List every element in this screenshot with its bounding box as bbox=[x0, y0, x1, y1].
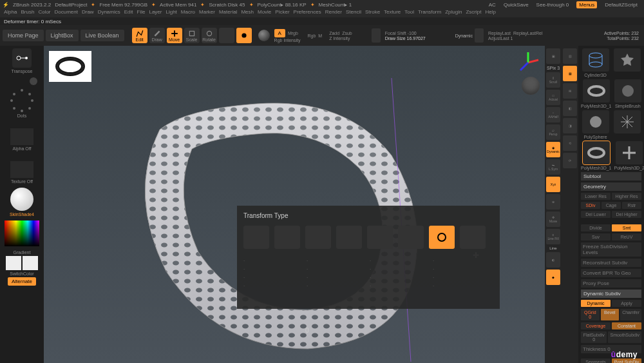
menu-marker[interactable]: Marker bbox=[199, 9, 215, 17]
stripb-5[interactable]: ◨ bbox=[563, 118, 577, 133]
transpose-aux-icon[interactable] bbox=[30, 77, 37, 85]
menu-picker[interactable]: Picker bbox=[275, 9, 289, 17]
material-sphere[interactable] bbox=[10, 188, 33, 211]
menu-texture[interactable]: Texture bbox=[384, 9, 401, 17]
menu-file[interactable]: File bbox=[137, 9, 146, 17]
actual-icon[interactable]: □Actual bbox=[546, 90, 560, 105]
chamfer[interactable]: Chamfer bbox=[620, 309, 641, 320]
menu-material[interactable]: Material bbox=[219, 9, 237, 17]
move-canvas-icon[interactable]: ✥Move bbox=[546, 211, 560, 227]
lower-res[interactable]: Lower Res bbox=[581, 193, 611, 200]
strip-extra-2[interactable]: ◆ bbox=[546, 270, 560, 285]
rstr[interactable]: Rstr bbox=[622, 202, 641, 209]
lsym-icon[interactable]: ⇋L.Sym bbox=[546, 159, 560, 175]
r-toggle[interactable] bbox=[475, 28, 484, 43]
camera-head-icon[interactable] bbox=[522, 77, 540, 95]
draw-size-slider[interactable]: Draw Size 16.97027 bbox=[385, 36, 451, 41]
transform-opt-5[interactable] bbox=[367, 226, 393, 249]
menu-document[interactable]: Document bbox=[55, 9, 78, 17]
dynamic-btn[interactable]: Dynamic bbox=[581, 300, 611, 307]
tool-snowflake[interactable] bbox=[614, 110, 641, 133]
alternate-button[interactable]: Alternate bbox=[8, 277, 36, 286]
toolbar-extra-2[interactable] bbox=[236, 28, 252, 43]
viewport[interactable]: 0 ✛ Transform Type ···· ···· ···· ···· bbox=[44, 46, 545, 363]
stripb-4[interactable]: ◧ bbox=[563, 101, 577, 116]
stripb-1[interactable]: ▥ bbox=[563, 48, 577, 64]
material-sphere-icon[interactable] bbox=[258, 30, 270, 41]
gradient-swatches[interactable] bbox=[6, 256, 38, 270]
dynamic-icon[interactable]: ◉Dynamic bbox=[546, 142, 560, 157]
linefill-icon[interactable]: ≡Line Fill bbox=[546, 229, 560, 244]
flat-subdiv[interactable]: FlatSubdiv 0 bbox=[581, 331, 607, 343]
color-picker[interactable] bbox=[5, 221, 39, 246]
transform-opt-3[interactable] bbox=[305, 226, 331, 249]
stroke-dots-icon[interactable] bbox=[10, 89, 33, 112]
tab-liveboolean[interactable]: Live Boolean bbox=[80, 30, 124, 41]
adjust-last[interactable]: AdjustLast 1 bbox=[488, 36, 543, 41]
zadd-toggle[interactable]: Zadd bbox=[329, 31, 339, 35]
persp-icon[interactable]: ▱Persp bbox=[546, 124, 560, 140]
reconstruct-subdiv[interactable]: Reconstruct Subdiv bbox=[581, 259, 641, 267]
menu-stencil[interactable]: Stencil bbox=[346, 9, 361, 17]
suv[interactable]: Suv bbox=[581, 233, 611, 240]
menu-edit[interactable]: Edit bbox=[124, 9, 133, 17]
quicksave[interactable]: QuickSave bbox=[504, 2, 529, 8]
del-higher[interactable]: Del Higher bbox=[612, 211, 641, 218]
move-tool[interactable]: Move bbox=[167, 28, 182, 43]
tab-lightbox[interactable]: LightBox bbox=[46, 30, 79, 41]
menu-transform[interactable]: Transform bbox=[418, 9, 441, 17]
coverage[interactable]: Coverage bbox=[581, 322, 611, 329]
focal-shift-slider[interactable]: Focal Shift -100 bbox=[385, 31, 451, 35]
menu-movie[interactable]: Movie bbox=[258, 9, 271, 17]
replay-last[interactable]: ReplayLast bbox=[488, 31, 511, 35]
menu-render[interactable]: Render bbox=[325, 9, 342, 17]
toolbar-extra-1[interactable] bbox=[219, 28, 234, 43]
s-toggle[interactable] bbox=[372, 28, 381, 43]
qgrid[interactable]: QGrid 0 bbox=[581, 309, 600, 320]
menu-tool[interactable]: Tool bbox=[404, 9, 414, 17]
menu-dynamics[interactable]: Dynamics bbox=[98, 9, 120, 17]
transform-opt-7-active[interactable] bbox=[429, 226, 455, 249]
menu-color[interactable]: Color bbox=[38, 9, 50, 17]
menu-macro[interactable]: Macro bbox=[181, 9, 195, 17]
menu-stroke[interactable]: Stroke bbox=[365, 9, 380, 17]
segments[interactable]: Segments bbox=[581, 358, 611, 363]
zoom-icon[interactable]: ⊕ bbox=[546, 194, 560, 210]
tool-polysphere[interactable] bbox=[582, 110, 609, 133]
menu-zscript[interactable]: Zscript bbox=[466, 9, 481, 17]
tool-polymesh3d-1a[interactable] bbox=[583, 79, 610, 103]
a-mode[interactable]: A bbox=[274, 29, 285, 37]
freeze-subdiv[interactable]: Freeze SubDivision Levels bbox=[581, 242, 641, 257]
dynamic-toggle[interactable]: Dynamic bbox=[455, 34, 473, 38]
smooth-subdiv[interactable]: SmoothSubdiv bbox=[608, 331, 641, 343]
scale-tool[interactable]: Scale bbox=[184, 28, 200, 43]
subtool-header[interactable]: Subtool bbox=[581, 172, 641, 181]
proxy-pose[interactable]: Proxy Pose bbox=[581, 279, 641, 288]
constant[interactable]: Constant bbox=[612, 322, 641, 329]
tool-star[interactable] bbox=[614, 48, 641, 72]
m-toggle[interactable]: M bbox=[318, 34, 322, 38]
tool-polymesh3d-1b[interactable] bbox=[583, 141, 610, 164]
strip-extra-1[interactable]: ◐ bbox=[546, 252, 560, 268]
floor-icon[interactable]: ▦ bbox=[563, 66, 577, 81]
convert-bpr[interactable]: Convert BPR To Geo bbox=[581, 269, 641, 277]
higher-res[interactable]: Higher Res bbox=[612, 193, 641, 200]
del-lower[interactable]: Del Lower bbox=[581, 211, 611, 218]
smt[interactable]: Smt bbox=[612, 224, 641, 231]
rgb-toggle[interactable]: Rgb bbox=[307, 34, 316, 38]
tool-cylinder3d[interactable] bbox=[582, 48, 609, 72]
axis-gizmo[interactable] bbox=[516, 51, 540, 74]
dynamic-subdiv-header[interactable]: Dynamic Subdiv bbox=[581, 289, 641, 298]
tab-homepage[interactable]: Home Page bbox=[3, 30, 44, 41]
apply-btn[interactable]: Apply bbox=[612, 300, 641, 307]
alpha-slot[interactable] bbox=[10, 128, 33, 145]
menu-preferences[interactable]: Preferences bbox=[294, 9, 321, 17]
reuv[interactable]: ReUV bbox=[612, 233, 641, 240]
rotate-tool[interactable]: Rotate bbox=[202, 28, 217, 43]
transform-opt-2[interactable] bbox=[274, 226, 300, 249]
xyz-icon[interactable]: Xyz bbox=[546, 177, 560, 192]
menu-draw[interactable]: Draw bbox=[82, 9, 94, 17]
strip-bpr[interactable]: ▣ bbox=[546, 48, 560, 64]
menu-layer[interactable]: Layer bbox=[149, 9, 162, 17]
stripb-6[interactable]: ⟲ bbox=[563, 135, 577, 151]
